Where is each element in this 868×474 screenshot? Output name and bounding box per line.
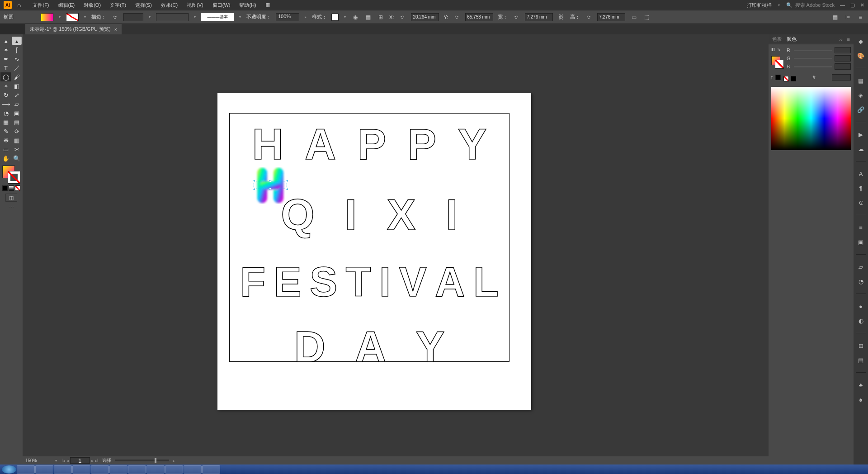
b-input[interactable] [835,63,851,70]
menu-type[interactable]: 文字(T) [105,2,131,9]
zoom-level[interactable]: 150% [25,458,51,463]
magic-wand-tool[interactable]: ✶ [0,45,11,54]
zoom-tool[interactable]: 🔍 [11,154,22,163]
edit-toolbar-icon[interactable]: ⋯ [9,204,14,210]
scroll-right-icon[interactable]: ▸ [173,458,175,463]
panel-collapse-icon[interactable]: ›› [839,37,842,42]
last-icon[interactable]: ▸I [95,458,99,463]
maximize-icon[interactable]: ▢ [850,2,855,8]
menu-view[interactable]: 视图(V) [182,2,208,9]
taskbar-item[interactable] [109,465,127,474]
stroke-weight-input[interactable] [123,13,143,21]
shape-builder-tool[interactable]: ◔ [0,109,11,118]
selection-handles[interactable] [254,181,287,189]
arrange-icon[interactable]: ▦ [831,13,839,21]
paragraph-panel-icon[interactable]: ¶ [857,184,865,192]
align-dist-icon[interactable]: ▤ [857,356,865,364]
tab-swatches[interactable]: 色板 [772,36,782,43]
lasso-tool[interactable]: ʃ [11,45,22,54]
chevron-down-icon[interactable]: ▾ [238,15,242,19]
curvature-tool[interactable]: ∿ [11,54,22,63]
opentype-panel-icon[interactable]: Ͼ [857,199,865,207]
hex-input[interactable] [832,74,851,81]
b-slider[interactable] [794,66,832,67]
brush-tool[interactable]: 🖌 [11,72,22,81]
taskbar-item[interactable] [128,465,146,474]
appearance-icon[interactable]: ● [857,302,865,310]
transform-panel-icon[interactable]: ▱ [857,263,865,271]
taskbar-item[interactable] [72,465,90,474]
play-icon[interactable]: ▶ [857,130,865,138]
menu-grid-icon[interactable]: ▦ [261,2,274,9]
stepper-icon[interactable]: ≎ [512,13,520,21]
taskbar-item[interactable] [202,465,220,474]
first-icon[interactable]: I◂ [61,458,65,463]
shape-props-icon[interactable]: ▭ [630,13,638,21]
close-tab-icon[interactable]: × [114,27,117,32]
menu-file[interactable]: 文件(F) [28,2,53,9]
symbols-panel-icon[interactable]: ♣ [857,381,865,389]
chevron-right-icon[interactable]: ▸ [304,15,307,19]
properties-panel-icon[interactable]: ◆ [857,37,865,45]
stepper-icon[interactable]: ≎ [398,13,406,21]
tab-color[interactable]: 颜色 [787,36,797,43]
chevron-down-icon[interactable]: ▾ [193,15,197,19]
color-mode-none[interactable] [15,185,20,191]
chevron-down-icon[interactable]: ▾ [777,3,781,7]
chevron-down-icon[interactable]: ▾ [58,15,61,19]
color-mode-gradient[interactable] [9,185,14,191]
stroke-proxy-icon[interactable]: ↘ [777,47,781,52]
color-spectrum[interactable] [771,87,851,150]
type-tool[interactable]: T [0,63,11,72]
graph-tool[interactable]: ▥ [11,136,22,145]
r-slider[interactable] [794,50,832,51]
cc-libraries-icon[interactable]: ☁ [857,145,865,153]
slice-tool[interactable]: ✂ [11,145,22,154]
direct-selection-tool[interactable]: ▴ [12,37,22,45]
align-panel-icon[interactable]: ⊫ [844,13,852,21]
document-tab[interactable]: 未标题-1* @ 150% (RGB/GPU 预览) × [25,24,122,34]
start-button[interactable] [2,465,16,474]
ellipse-tool[interactable]: ◯ [0,72,11,81]
opacity-input[interactable]: 100% [276,13,299,21]
menu-help[interactable]: 帮助(H) [235,2,260,9]
menu-object[interactable]: 对象(O) [79,2,105,9]
chevron-down-icon[interactable]: ▾ [83,15,87,19]
chevron-down-icon[interactable]: ▾ [54,459,58,463]
taskbar-item[interactable] [17,465,35,474]
artboard-tool[interactable]: ▭ [0,145,11,154]
black-swatch[interactable] [775,75,781,80]
isolate-icon[interactable]: ⬚ [642,13,651,21]
menu-window[interactable]: 窗口(W) [208,2,235,9]
prev-icon[interactable]: ◂ [66,458,69,463]
perspective-tool[interactable]: ▣ [11,109,22,118]
taskbar-item[interactable] [91,465,109,474]
mesh-tool[interactable]: ▦ [0,118,11,127]
chevron-down-icon[interactable]: ▾ [148,15,151,19]
canvas[interactable]: H A P P Y Q I X I F [23,34,769,456]
fill-stroke-indicator[interactable] [2,166,20,184]
stroke-box[interactable] [8,171,20,184]
width-tool[interactable]: ⟿ [0,100,11,109]
fill-proxy-icon[interactable]: ◧ [771,47,775,52]
hand-tool[interactable]: ✋ [0,154,11,163]
w-input[interactable]: 7.276 mm [525,13,553,21]
align-panel-icon[interactable]: ≡ [857,223,865,232]
y-input[interactable]: 65.753 mm [465,13,493,21]
color-mode-solid[interactable] [2,185,8,191]
pen-tool[interactable]: ✒ [0,54,11,63]
swatches-panel-icon[interactable]: ◈ [857,91,865,99]
eraser-tool[interactable]: ◧ [11,81,22,90]
taskbar-item[interactable] [35,465,53,474]
menu-edit[interactable]: 编辑(E) [54,2,80,9]
stepper-icon[interactable]: ≎ [585,13,593,21]
chevron-down-icon[interactable]: ▾ [343,15,347,19]
none-swatch[interactable] [783,76,789,81]
eyedropper-tool[interactable]: ✎ [0,127,11,136]
selection-tool[interactable]: ▴ [0,36,11,45]
artboard-number-input[interactable] [70,457,90,464]
color-panel-icon[interactable]: 🎨 [857,52,865,60]
stepper-icon[interactable]: ≎ [453,13,461,21]
close-icon[interactable]: ✕ [860,2,864,8]
character-panel-icon[interactable]: A [857,170,865,178]
